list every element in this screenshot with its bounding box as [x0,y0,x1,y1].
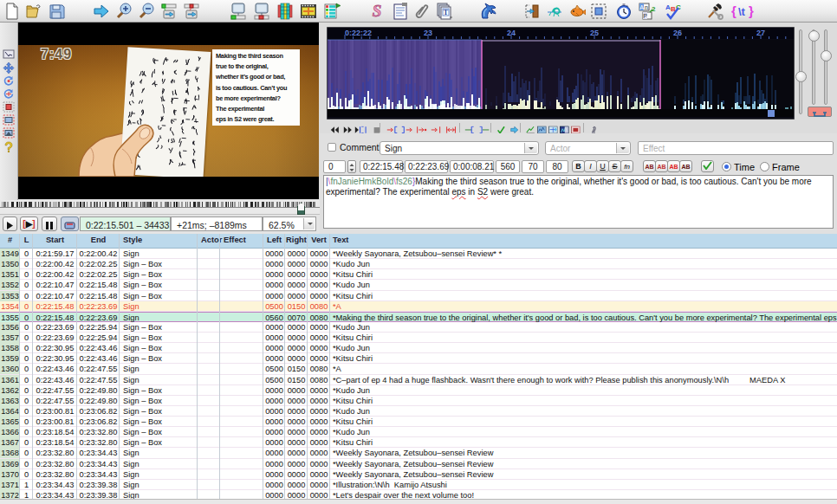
svg-text:2: 2 [652,5,656,13]
svg-text:S: S [373,3,382,20]
svg-text:n: n [645,4,648,10]
svg-text:0:22:22: 0:22:22 [345,29,372,37]
svg-text:{: { [731,3,736,18]
svg-text:P: P [643,13,647,19]
svg-text:A: A [639,4,644,10]
svg-text:\t: \t [738,5,746,18]
svg-text:}: } [749,3,754,18]
svg-text:T: T [444,9,449,16]
